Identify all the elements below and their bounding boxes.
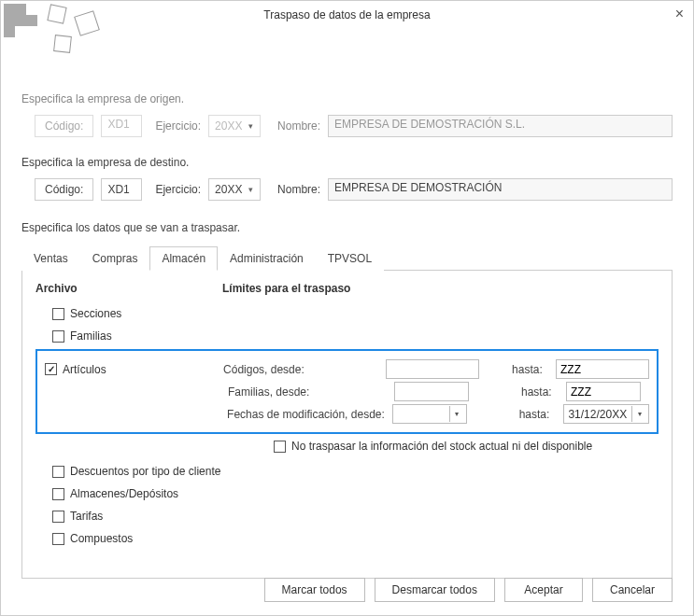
no-stock-label: No traspasar la información del stock ac…	[291, 440, 592, 453]
codigos-desde-label: Códigos, desde:	[223, 363, 378, 376]
cancelar-button[interactable]: Cancelar	[592, 578, 673, 602]
dest-name-value: EMPRESA DE DEMOSTRACIÓN	[328, 178, 673, 201]
chevron-down-icon: ▾	[449, 406, 464, 422]
check-compuestos-label: Compuestos	[70, 532, 133, 545]
check-familias-row: Familias	[52, 327, 659, 345]
familias-from-input[interactable]	[394, 382, 469, 401]
check-compuestos[interactable]	[52, 533, 64, 545]
chevron-down-icon: ▾	[631, 406, 646, 422]
panel-headers: Archivo Límites para el traspaso	[35, 282, 659, 295]
fechas-from-input[interactable]: ▾	[392, 404, 467, 424]
tab-tpvsol[interactable]: TPVSOL	[316, 246, 384, 271]
origin-code-value: XD1	[101, 115, 142, 137]
check-secciones-row: Secciones	[52, 304, 659, 323]
fechas-to-value: 31/12/20XX	[568, 408, 627, 421]
check-articulos-label: Artículos	[63, 363, 106, 376]
fechas-to-input[interactable]: 31/12/20XX ▾	[563, 404, 649, 424]
fechas-desde-label: Fechas de modificación, desde:	[227, 408, 385, 421]
tab-administracion[interactable]: Administración	[218, 246, 316, 271]
check-familias[interactable]	[52, 330, 64, 343]
dest-name-label: Nombre:	[277, 183, 320, 196]
chevron-down-icon: ▾	[243, 121, 258, 131]
aceptar-button[interactable]: Aceptar	[504, 578, 583, 602]
titlebar: Traspaso de datos de la empresa ×	[1, 1, 693, 29]
close-icon[interactable]: ×	[675, 7, 684, 21]
check-familias-label: Familias	[70, 329, 112, 343]
origin-row: Código: XD1 Ejercicio: 20XX ▾ Nombre: EM…	[35, 115, 673, 137]
check-secciones[interactable]	[52, 308, 64, 320]
col-limites-header: Límites para el traspaso	[222, 282, 659, 295]
tab-compras[interactable]: Compras	[80, 246, 150, 271]
check-almacenes[interactable]	[52, 488, 64, 500]
origin-code-label: Código:	[35, 115, 93, 137]
dest-year-combo[interactable]: 20XX ▾	[208, 178, 261, 201]
tabs: Ventas Compras Almacén Administración TP…	[21, 245, 673, 271]
origin-year-label: Ejercicio:	[155, 119, 201, 133]
articulos-highlight: Artículos Códigos, desde: hasta: Familia…	[35, 349, 659, 434]
check-tarifas-label: Tarifas	[70, 510, 103, 523]
check-articulos[interactable]	[45, 363, 57, 375]
codigos-to-input[interactable]	[556, 359, 649, 379]
check-almacenes-row: Almacenes/Depósitos	[52, 484, 659, 503]
check-tarifas-row: Tarifas	[52, 507, 659, 525]
desmarcar-todos-button[interactable]: Desmarcar todos	[375, 578, 495, 602]
check-secciones-label: Secciones	[70, 307, 121, 320]
col-archivo-header: Archivo	[35, 282, 222, 295]
familias-to-input[interactable]	[566, 382, 641, 401]
origin-name-label: Nombre:	[277, 119, 320, 133]
app-logo	[4, 4, 97, 60]
check-descuentos[interactable]	[52, 466, 64, 478]
dest-code-input[interactable]	[101, 178, 142, 201]
origin-section-label: Especifica la empresa de origen.	[21, 92, 673, 105]
transfer-label: Especifica los datos que se van a traspa…	[21, 221, 673, 234]
check-descuentos-label: Descuentos por tipo de cliente	[70, 465, 220, 478]
window-title: Traspaso de datos de la empresa	[263, 8, 430, 21]
origin-year-value: 20XX	[215, 119, 242, 133]
dest-year-label: Ejercicio:	[155, 183, 201, 196]
chevron-down-icon: ▾	[243, 185, 258, 194]
origin-name-value: EMPRESA DE DEMOSTRACIÓN S.L.	[328, 115, 673, 137]
tab-panel: Archivo Límites para el traspaso Seccion…	[21, 271, 673, 579]
dest-section-label: Especifica la empresa de destino.	[21, 156, 673, 169]
check-almacenes-label: Almacenes/Depósitos	[70, 487, 178, 500]
origin-year-combo: 20XX ▾	[208, 115, 261, 137]
fechas-hasta-label: hasta:	[519, 408, 557, 421]
no-stock-row: No traspasar la información del stock ac…	[274, 440, 659, 453]
familias-hasta-label: hasta:	[521, 385, 559, 399]
marcar-todos-button[interactable]: Marcar todos	[264, 578, 365, 602]
footer: Marcar todos Desmarcar todos Aceptar Can…	[264, 578, 673, 602]
tab-almacen[interactable]: Almacén	[149, 246, 218, 271]
check-tarifas[interactable]	[52, 511, 64, 523]
check-no-stock[interactable]	[274, 441, 286, 453]
check-descuentos-row: Descuentos por tipo de cliente	[52, 462, 659, 481]
familias-desde-label: Familias, desde:	[228, 385, 387, 399]
dest-row: Código: Ejercicio: 20XX ▾ Nombre: EMPRES…	[35, 178, 673, 201]
check-compuestos-row: Compuestos	[52, 529, 659, 548]
codigos-hasta-label: hasta:	[512, 363, 548, 376]
tab-ventas[interactable]: Ventas	[21, 246, 80, 271]
dest-code-label: Código:	[35, 178, 93, 201]
codigos-from-input[interactable]	[386, 359, 479, 379]
dest-year-value: 20XX	[215, 183, 242, 196]
